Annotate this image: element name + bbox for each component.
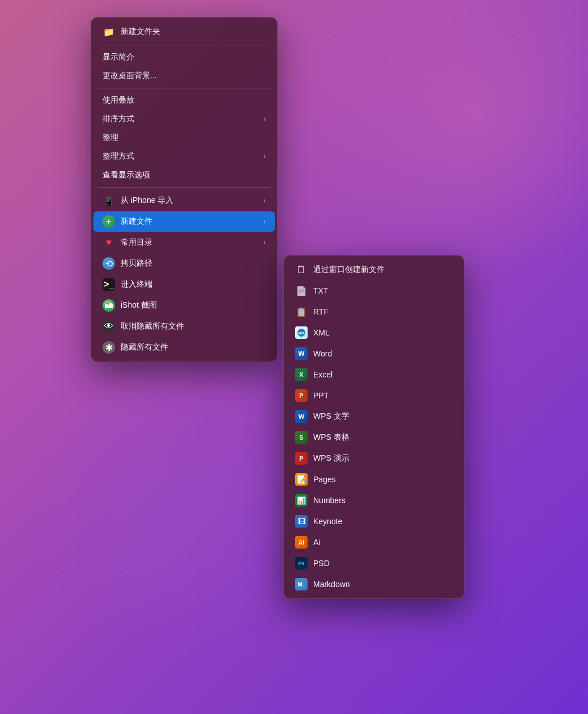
ai-icon: Ai xyxy=(295,536,308,549)
window-new-icon: 🗒 xyxy=(295,264,308,276)
menu-item-import-iphone[interactable]: 📱 从 iPhone 导入 › xyxy=(93,190,275,211)
menu-item-organize[interactable]: 整理 xyxy=(93,129,275,147)
menu-label-hide-all: 隐藏所有文件 xyxy=(121,342,266,352)
menu-item-show-intro[interactable]: 显示简介 xyxy=(93,48,275,66)
submenu-item-txt[interactable]: 📄 TXT xyxy=(286,280,462,301)
submenu-item-xml[interactable]: XML XML xyxy=(286,322,462,343)
menu-item-hide-all[interactable]: ✱ 隐藏所有文件 xyxy=(93,337,275,358)
chevron-icon-organize-by: › xyxy=(263,152,266,160)
xml-icon: XML xyxy=(295,326,308,339)
menu-label-show-intro: 显示简介 xyxy=(103,52,266,62)
copy-path-icon: ⟲ xyxy=(103,257,115,270)
numbers-icon: 📊 xyxy=(295,494,308,507)
submenu-label-ppt: PPT xyxy=(313,391,453,400)
ishot-icon: 🏔 xyxy=(103,299,115,312)
menu-item-copy-path[interactable]: ⟲ 拷贝路径 xyxy=(93,253,275,274)
chevron-icon-import-iphone: › xyxy=(263,197,266,205)
new-file-icon: + xyxy=(103,215,115,228)
main-context-menu: 📁 新建文件夹 显示简介 更改桌面背景... 使用叠放 排序方式 › 整理 整理… xyxy=(91,17,278,362)
markdown-icon: M↓ xyxy=(295,578,308,590)
submenu-label-rtf: RTF xyxy=(313,307,453,316)
txt-icon: 📄 xyxy=(295,284,308,297)
menu-label-import-iphone: 从 iPhone 导入 xyxy=(121,196,258,206)
submenu-item-word[interactable]: W Word xyxy=(286,343,462,364)
menu-label-use-stacks: 使用叠放 xyxy=(103,95,266,105)
submenu-item-ppt[interactable]: P PPT xyxy=(286,385,462,406)
menu-label-new-folder: 新建文件夹 xyxy=(121,27,266,37)
excel-icon: X xyxy=(295,368,308,381)
submenu-label-xml: XML xyxy=(313,328,453,337)
menu-label-favorites: 常用目录 xyxy=(121,237,258,248)
submenu-label-wps-present: WPS 演示 xyxy=(313,453,453,464)
submenu-item-pages[interactable]: 📝 Pages xyxy=(286,469,462,490)
submenu-label-numbers: Numbers xyxy=(313,496,453,505)
word-icon: W xyxy=(295,347,308,360)
rtf-icon: 📋 xyxy=(295,305,308,318)
chevron-icon-favorites: › xyxy=(263,239,266,246)
submenu-item-wps-sheet[interactable]: S WPS 表格 xyxy=(286,427,462,448)
chevron-icon-sort-by: › xyxy=(263,115,266,123)
submenu-item-psd[interactable]: Ps PSD xyxy=(286,553,462,573)
menu-label-view-options: 查看显示选项 xyxy=(103,170,266,180)
menu-label-show-hidden: 取消隐藏所有文件 xyxy=(121,321,266,332)
svg-text:XML: XML xyxy=(298,332,305,335)
submenu-item-rtf[interactable]: 📋 RTF xyxy=(286,301,462,322)
submenu-item-wps-text[interactable]: W WPS 文字 xyxy=(286,406,462,427)
menu-item-view-options[interactable]: 查看显示选项 xyxy=(93,166,275,184)
menu-item-new-file[interactable]: + 新建文件 › xyxy=(93,211,275,232)
divider-2 xyxy=(98,88,270,88)
chevron-icon-new-file: › xyxy=(263,218,266,226)
iphone-icon: 📱 xyxy=(103,194,115,207)
submenu-item-new-via-window[interactable]: 🗒 通过窗口创建新文件 xyxy=(286,260,462,280)
submenu-label-excel: Excel xyxy=(313,370,453,379)
terminal-icon: >_ xyxy=(103,278,115,291)
divider-3 xyxy=(98,187,270,188)
keynote-icon: 🎞 xyxy=(295,515,308,528)
hidden-icon: 👁 xyxy=(103,320,115,333)
menu-label-organize-by: 整理方式 xyxy=(103,151,258,162)
menu-item-organize-by[interactable]: 整理方式 › xyxy=(93,147,275,165)
submenu-label-keynote: Keynote xyxy=(313,517,453,526)
menu-label-terminal: 进入终端 xyxy=(121,279,266,290)
menu-item-sort-by[interactable]: 排序方式 › xyxy=(93,110,275,128)
menu-label-new-file: 新建文件 xyxy=(121,216,258,227)
submenu-item-numbers[interactable]: 📊 Numbers xyxy=(286,490,462,511)
submenu-new-file: 🗒 通过窗口创建新文件 📄 TXT 📋 RTF XML XML W Word X… xyxy=(283,255,465,599)
menu-item-new-folder[interactable]: 📁 新建文件夹 xyxy=(93,22,275,42)
submenu-label-word: Word xyxy=(313,349,453,358)
menu-label-ishot: iShot 截图 xyxy=(121,300,266,311)
pages-icon: 📝 xyxy=(295,473,308,486)
folder-icon: 📁 xyxy=(103,26,115,38)
hide-all-icon: ✱ xyxy=(103,341,115,354)
wps-text-icon: W xyxy=(295,410,308,423)
submenu-label-ai: Ai xyxy=(313,538,453,547)
submenu-label-wps-text: WPS 文字 xyxy=(313,411,453,422)
menu-item-ishot[interactable]: 🏔 iShot 截图 xyxy=(93,295,275,316)
submenu-item-excel[interactable]: X Excel xyxy=(286,364,462,385)
submenu-item-keynote[interactable]: 🎞 Keynote xyxy=(286,511,462,532)
menu-item-change-bg[interactable]: 更改桌面背景... xyxy=(93,67,275,85)
menu-item-show-hidden[interactable]: 👁 取消隐藏所有文件 xyxy=(93,316,275,337)
wps-present-icon: P xyxy=(295,452,308,465)
submenu-label-new-via-window: 通过窗口创建新文件 xyxy=(313,265,453,275)
heart-icon: ♥ xyxy=(103,236,115,249)
ppt-icon: P xyxy=(295,389,308,402)
submenu-label-markdown: Markdown xyxy=(313,580,453,589)
menu-item-favorites[interactable]: ♥ 常用目录 › xyxy=(93,232,275,253)
submenu-label-psd: PSD xyxy=(313,559,453,568)
submenu-item-ai[interactable]: Ai Ai xyxy=(286,532,462,552)
psd-icon: Ps xyxy=(295,557,308,570)
submenu-label-pages: Pages xyxy=(313,475,453,484)
wps-sheet-icon: S xyxy=(295,431,308,444)
divider-1 xyxy=(98,45,270,45)
menu-label-organize: 整理 xyxy=(103,133,266,143)
menu-label-change-bg: 更改桌面背景... xyxy=(103,71,266,81)
menu-label-copy-path: 拷贝路径 xyxy=(121,258,266,269)
menu-item-terminal[interactable]: >_ 进入终端 xyxy=(93,274,275,295)
menu-label-sort-by: 排序方式 xyxy=(103,114,258,124)
submenu-item-wps-present[interactable]: P WPS 演示 xyxy=(286,448,462,469)
menu-item-use-stacks[interactable]: 使用叠放 xyxy=(93,91,275,109)
submenu-label-txt: TXT xyxy=(313,286,453,295)
submenu-item-markdown[interactable]: M↓ Markdown xyxy=(286,574,462,594)
submenu-label-wps-sheet: WPS 表格 xyxy=(313,432,453,443)
